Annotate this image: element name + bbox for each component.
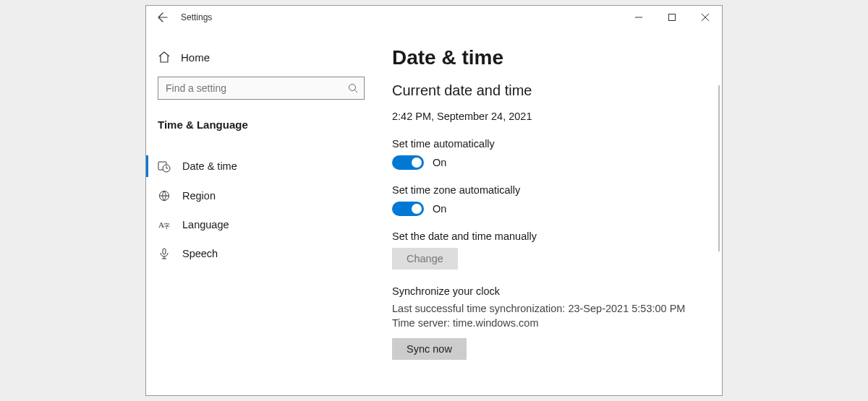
minimize-icon (635, 14, 642, 21)
svg-point-2 (349, 85, 356, 91)
mic-icon (158, 248, 171, 259)
sidebar-item-language[interactable]: A字 Language (146, 210, 376, 239)
window-controls (622, 6, 722, 29)
home-label: Home (181, 51, 210, 64)
toggle-knob (412, 204, 422, 214)
close-icon (702, 14, 709, 21)
toggle-state: On (433, 157, 446, 168)
language-icon: A字 (158, 219, 171, 230)
nav-label: Date & time (182, 160, 237, 172)
manual-label: Set the date and time manually (392, 230, 706, 242)
sidebar: Home Time & Language Date & time (146, 29, 376, 395)
maximize-button[interactable] (655, 6, 689, 29)
minimize-button[interactable] (622, 6, 655, 29)
current-datetime: 2:42 PM, September 24, 2021 (392, 111, 706, 122)
settings-window: Settings Home (145, 5, 723, 396)
scrollbar[interactable] (718, 85, 720, 251)
main-content: Date & time Current date and time 2:42 P… (376, 29, 722, 395)
nav-label: Language (182, 219, 229, 230)
svg-line-3 (355, 90, 358, 93)
back-button[interactable] (146, 6, 179, 29)
nav-label: Speech (182, 248, 218, 259)
sync-now-button[interactable]: Sync now (392, 338, 467, 360)
search-icon (348, 83, 358, 93)
window-title: Settings (181, 12, 212, 22)
home-nav[interactable]: Home (146, 43, 376, 71)
svg-rect-9 (163, 249, 166, 254)
search-box[interactable] (158, 77, 365, 100)
nav-label: Region (182, 190, 216, 202)
set-time-auto-label: Set time automatically (392, 138, 706, 150)
change-button[interactable]: Change (392, 248, 458, 270)
titlebar: Settings (146, 6, 722, 29)
home-icon (158, 51, 171, 64)
sidebar-section-title: Time & Language (146, 113, 376, 141)
sync-heading: Synchronize your clock (392, 285, 706, 297)
sync-server: Time server: time.windows.com (392, 316, 706, 330)
toggle-state: On (433, 203, 446, 215)
svg-text:字: 字 (163, 223, 170, 230)
svg-rect-1 (669, 14, 676, 21)
sidebar-item-date-time[interactable]: Date & time (146, 151, 376, 181)
search-input[interactable] (166, 82, 348, 94)
arrow-left-icon (157, 12, 169, 23)
maximize-icon (668, 14, 676, 21)
clock-calendar-icon (158, 160, 171, 173)
page-title: Date & time (392, 46, 706, 69)
set-time-auto-toggle[interactable] (392, 155, 424, 170)
sidebar-item-region[interactable]: Region (146, 181, 376, 210)
set-tz-auto-label: Set time zone automatically (392, 184, 706, 196)
current-heading: Current date and time (392, 82, 706, 99)
sync-last: Last successful time synchronization: 23… (392, 301, 706, 316)
globe-icon (158, 190, 171, 202)
sidebar-item-speech[interactable]: Speech (146, 239, 376, 268)
set-tz-auto-toggle[interactable] (392, 202, 424, 216)
close-button[interactable] (689, 6, 722, 29)
toggle-knob (412, 158, 422, 168)
